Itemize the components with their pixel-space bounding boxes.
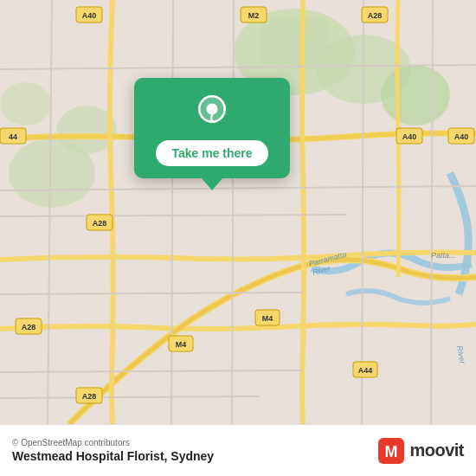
svg-text:M4: M4	[176, 340, 187, 349]
svg-text:Patta...: Patta...	[431, 251, 456, 260]
svg-point-3	[381, 65, 450, 125]
svg-text:A28: A28	[368, 11, 383, 20]
svg-text:A28: A28	[93, 219, 107, 228]
svg-text:A44: A44	[358, 366, 373, 375]
map-background: A40 M2 A28 A40 A40 44 A28 A28 A28 M4 M4 …	[0, 0, 476, 424]
osm-attribution: © OpenStreetMap contributors	[12, 438, 214, 447]
bottom-bar: © OpenStreetMap contributors Westmead Ho…	[0, 424, 476, 476]
location-popup: Take me there	[134, 78, 290, 178]
svg-text:A28: A28	[82, 392, 97, 401]
moovit-logo: M moovit	[378, 438, 464, 464]
svg-text:M2: M2	[248, 11, 260, 20]
svg-point-49	[206, 103, 217, 114]
svg-text:44: 44	[9, 132, 17, 141]
map-view[interactable]: A40 M2 A28 A40 A40 44 A28 A28 A28 M4 M4 …	[0, 0, 476, 424]
svg-text:A40: A40	[82, 11, 97, 20]
svg-text:M: M	[385, 443, 398, 460]
svg-text:A40: A40	[402, 132, 417, 141]
svg-text:M4: M4	[262, 314, 273, 323]
moovit-brand-text: moovit	[409, 441, 464, 460]
take-me-there-button[interactable]: Take me there	[156, 140, 267, 166]
location-pin-icon	[193, 93, 231, 132]
svg-text:A40: A40	[454, 132, 469, 141]
location-name: Westmead Hospital Florist, Sydney	[12, 449, 214, 463]
bottom-left-info: © OpenStreetMap contributors Westmead Ho…	[12, 438, 214, 463]
svg-text:A28: A28	[22, 323, 36, 331]
moovit-icon: M	[378, 438, 404, 464]
svg-point-6	[0, 82, 52, 125]
svg-rect-7	[260, 17, 329, 69]
